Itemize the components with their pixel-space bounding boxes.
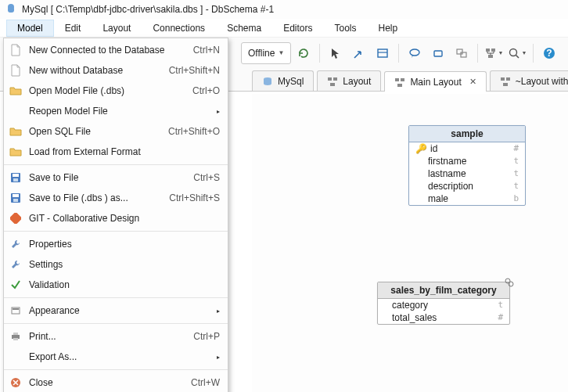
menu-connections[interactable]: Connections [142,20,216,37]
tab-label: ~Layout with S [516,76,568,87]
diagram-canvas[interactable]: sample 🔑id# firstnamet lastnamet descrip… [252,94,568,392]
wrench-icon [9,257,23,272]
layout-icon [394,77,405,88]
svg-rect-7 [461,52,466,57]
menu-load-external[interactable]: Load from External Format [4,142,228,162]
caret-down-icon: ▼ [498,50,503,56]
menu-separator [4,323,228,324]
tool-group-button[interactable] [451,42,473,64]
submenu-caret-icon: ▸ [217,307,220,315]
folder-icon [9,84,23,98]
menu-validation[interactable]: Validation [4,275,228,295]
svg-rect-6 [457,49,462,54]
tab-mysql[interactable]: MySql [252,70,314,91]
menu-separator [4,164,228,165]
menu-open-model[interactable]: Open Model File (.dbs)Ctrl+O [4,81,228,101]
entity-sample[interactable]: sample 🔑id# firstnamet lastnamet descrip… [408,125,526,206]
tab-main-layout[interactable]: Main Layout ✕ [384,71,486,92]
layout-icon [500,76,511,87]
menu-reopen-model[interactable]: Reopen Model File▸ [4,101,228,121]
svg-rect-17 [333,77,337,81]
menu-separator [4,369,228,370]
print-icon [9,329,23,343]
folder-icon [9,145,23,159]
svg-rect-8 [486,49,490,52]
menu-editors[interactable]: Editors [272,20,323,37]
tool-autolayout-button[interactable]: ▼ [483,42,505,64]
menu-schema[interactable]: Schema [216,20,272,37]
svg-rect-37 [13,333,18,335]
connection-status-dropdown[interactable]: Offline ▼ [241,42,291,64]
tab-label: MySql [278,76,304,87]
entity-row[interactable]: maleb [409,192,525,205]
document-icon [9,43,23,57]
entity-row[interactable]: 🔑id# [409,142,525,155]
entity-row[interactable]: lastnamet [409,167,525,180]
menu-save[interactable]: Save to FileCtrl+S [4,167,228,188]
refresh-button[interactable] [293,42,315,64]
wrench-icon [9,237,23,251]
close-icon [9,376,23,390]
save-icon [9,171,23,185]
connection-status-label: Offline [248,48,275,59]
menu-settings[interactable]: Settings [4,254,228,275]
menu-export-as[interactable]: Export As...▸ [4,347,228,367]
menu-close[interactable]: CloseCtrl+W [4,372,228,392]
menu-edit[interactable]: Edit [54,20,92,37]
tool-table-button[interactable] [372,42,394,64]
entity-row[interactable]: categoryt [378,299,509,311]
tab-label: Main Layout [410,77,461,88]
svg-point-11 [510,49,517,56]
entity-row[interactable]: total_sales# [378,311,509,324]
tool-shape-button[interactable] [427,42,449,64]
tool-zoom-button[interactable]: ▼ [506,42,528,64]
tool-arrow-button[interactable] [348,42,370,64]
svg-rect-24 [503,83,508,86]
menu-model[interactable]: Model [6,20,54,37]
menu-save-as[interactable]: Save to File (.dbs ) as...Ctrl+Shift+S [4,188,228,208]
tool-comment-button[interactable] [404,42,426,64]
menu-separator [4,231,228,232]
menu-git[interactable]: GIT - Collaborative Design [4,208,228,228]
tab-label: Layout [343,76,371,87]
menu-properties[interactable]: Properties [4,234,228,254]
svg-rect-35 [13,308,19,310]
db-icon [262,76,273,87]
svg-rect-21 [397,84,402,87]
svg-text:?: ? [547,48,552,59]
svg-rect-23 [506,77,510,81]
tab-layout-with-s[interactable]: ~Layout with S [490,70,568,91]
entity-row[interactable]: firstnamet [409,155,525,167]
layout-icon [327,76,338,87]
entity-title: sales_by_film_category [378,282,509,299]
folder-icon [9,124,23,138]
svg-rect-2 [378,49,387,57]
menu-bar: Model Edit Layout Connections Schema Edi… [0,19,568,38]
menu-tools[interactable]: Tools [324,20,368,37]
tab-layout[interactable]: Layout [317,70,381,91]
svg-rect-5 [434,51,442,56]
entity-row[interactable]: descriptiont [409,180,525,192]
svg-rect-22 [501,77,505,81]
svg-line-12 [516,55,519,58]
save-icon [9,191,23,205]
caret-down-icon: ▼ [521,50,527,56]
menu-print[interactable]: Print...Ctrl+P [4,326,228,347]
svg-rect-19 [395,78,399,81]
menu-layout[interactable]: Layout [92,20,142,37]
menu-open-sql[interactable]: Open SQL FileCtrl+Shift+O [4,121,228,142]
app-icon [5,3,17,16]
menu-appearance[interactable]: Appearance▸ [4,300,228,321]
entity-badge-icon [505,278,514,287]
svg-rect-32 [13,199,18,202]
svg-rect-20 [401,78,404,81]
menu-new-connected[interactable]: New Connected to the DatabaseCtrl+N [4,40,228,60]
tool-cursor-button[interactable] [325,42,347,64]
close-icon[interactable]: ✕ [469,77,476,87]
help-button[interactable]: ? [538,42,560,64]
svg-rect-1 [8,7,14,13]
menu-new-without-db[interactable]: New without DatabaseCtrl+Shift+N [4,60,228,81]
entity-sales-by-film-category[interactable]: sales_by_film_category categoryt total_s… [377,282,510,325]
svg-rect-31 [13,194,19,197]
menu-help[interactable]: Help [368,20,409,37]
